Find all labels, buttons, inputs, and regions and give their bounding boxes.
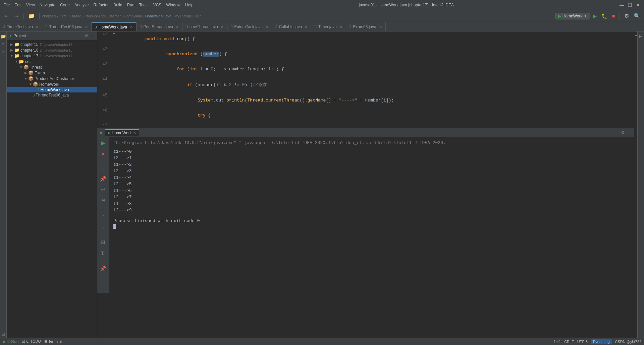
down-button[interactable]: ↓ [101,222,106,230]
breadcrumb-produce[interactable]: ProduceAndCustomer [85,14,121,18]
tree-item-homework-java[interactable]: J HomeWork.java [7,87,97,92]
package-icon: 📦 [23,65,29,70]
run-output-scrollbar-h[interactable] [97,293,634,295]
minimize-button[interactable]: — [619,2,625,8]
project-view-button[interactable]: 📁 [26,12,37,20]
run-configuration[interactable]: ▶ HomeWork ▼ [555,13,590,19]
tab-timer-close[interactable]: ✕ [339,25,342,29]
run-tool-button[interactable]: ▶ 4: Run [3,339,18,344]
tree-item-chapter16[interactable]: ▶ 📁 chapter16 D:\javase\chapter16 [7,47,97,53]
tab-futuretask-close[interactable]: ✕ [265,25,268,29]
window-controls[interactable]: — ❐ ✕ [619,2,641,8]
breadcrumb-homework[interactable]: HomeWork [124,14,142,18]
menu-refactor[interactable]: Refactor [94,3,109,7]
tab-timertest-close[interactable]: ✕ [36,25,39,29]
tab-printstream-close[interactable]: ✕ [176,25,179,29]
terminal-tool-button[interactable]: ⊞ Terminal [44,339,62,344]
tab-homework[interactable]: J HomeWork.java ✕ [92,22,137,31]
editor-scrollbar-h[interactable] [97,125,634,128]
menu-vcs[interactable]: VCS [153,3,162,7]
favorites-button[interactable]: ☆ [1,48,6,55]
tab-newthread-close[interactable]: ✕ [221,25,224,29]
menu-file[interactable]: File [3,3,10,7]
tab-threadtest06-close[interactable]: ✕ [85,25,88,29]
menu-analyze[interactable]: Analyze [74,3,89,7]
tree-item-thread[interactable]: ▼ 📦 Thread [7,64,97,70]
project-tool-button[interactable]: 📂 [0,33,7,40]
search-everywhere-button[interactable]: 🔍 [632,12,642,20]
todo-tool-button[interactable]: ☑ 6: TODO [22,339,41,344]
run-stop-button[interactable]: ■ [101,150,106,157]
breadcrumb-class[interactable]: MyThread1 [174,14,193,18]
tab-futuretask[interactable]: J FutureTask.java ✕ [227,22,272,31]
structure-button[interactable]: ≡ [1,41,5,48]
tab-callable-close[interactable]: ✕ [305,25,308,29]
tab-homework-close[interactable]: ✕ [130,25,133,29]
close-button[interactable]: ✕ [635,2,641,8]
pin-button[interactable]: 📌 [99,175,107,183]
run-panel-settings[interactable]: ⚙ [621,130,625,135]
breadcrumb-thread[interactable]: Thread [70,14,82,18]
run-button[interactable]: ▶ [591,12,598,20]
menu-navigate[interactable]: Navigate [40,3,55,7]
soft-wrap-button[interactable]: ↩ [100,186,106,194]
run-panel-minimize[interactable]: — [627,130,631,135]
scroll-down-button[interactable]: ↓ [101,164,106,172]
project-panel-title: Project [13,33,26,38]
filter-button[interactable]: ⊞ [100,238,106,246]
breadcrumb-chapter17[interactable]: chapter17 [42,14,59,18]
menu-window[interactable]: Window [166,3,180,7]
project-collapse-button[interactable]: — [90,33,94,38]
folder-icon: 📁 [14,42,19,47]
breadcrumb-method[interactable]: run [196,14,202,18]
user-info: CSDN·@yht724 [615,340,641,344]
clear-button[interactable]: 🗑 [100,249,107,257]
tree-item-chapter15[interactable]: ▶ 📁 chapter15 D:\javase\chapter15 [7,42,97,47]
tree-item-threadtest06[interactable]: J ThreadTest06.java [7,92,97,98]
help-button[interactable]: 📌 [99,265,107,273]
tree-item-produce[interactable]: ▼ 📦 ProduceAndCustomer [7,76,97,81]
breadcrumb-src[interactable]: src [62,14,67,18]
tree-arrow: ▶ [23,71,28,75]
breadcrumb-file[interactable]: HomeWork.java [145,14,171,18]
tree-item-homework-folder[interactable]: ▼ 📦 HomeWork [7,81,97,87]
tree-item-exam[interactable]: ▶ 📦 Exam [7,70,97,76]
menu-tools[interactable]: Tools [139,3,149,7]
run-tab-close[interactable]: ✕ [133,131,136,135]
tree-item-src[interactable]: ▼ 📂 src [7,59,97,64]
tab-newthread[interactable]: J newThread.java ✕ [182,22,227,31]
line-number: 42 [97,47,111,52]
maximize-button[interactable]: ❐ [627,2,633,8]
up-button[interactable]: ↑ [101,212,106,220]
stop-button[interactable]: ■ [610,12,617,20]
debug-button[interactable]: 🐛 [600,12,609,20]
tab-exam03-close[interactable]: ✕ [379,25,382,29]
line-content: System.out.println(Thread.currentThread(… [117,93,634,108]
forward-button[interactable]: → [12,12,21,20]
right-tool-1[interactable]: ▶ [639,33,643,40]
menu-edit[interactable]: Edit [14,3,21,7]
line-ending[interactable]: CRLF [564,340,574,344]
menu-build[interactable]: Build [113,3,122,7]
print-button[interactable]: 🖨 [100,196,107,204]
tab-exam03[interactable]: J Exam03.java ✕ [346,22,386,31]
menu-help[interactable]: Help [185,3,194,7]
event-log-button[interactable]: Event Log [591,339,612,344]
terminal-sidebar-button[interactable]: ⊞ [1,331,6,338]
tab-callable[interactable]: J Callable.java ✕ [272,22,311,31]
settings-button[interactable]: ⚙ [623,12,631,20]
run-restart-button[interactable]: ▶ [100,139,106,147]
code-editor[interactable]: 41 ● public void run() { 42 synchronized… [97,31,634,125]
tree-item-chapter17[interactable]: ▼ 📁 chapter17 D:\javase\chapter17 [7,53,97,59]
encoding[interactable]: UTF-8 [577,340,588,344]
tab-threadtest06[interactable]: J ThreadTest06.java ✕ [42,22,92,31]
tab-printstream[interactable]: J PrintStream.java ✕ [137,22,182,31]
tab-timertest[interactable]: J TimerTest.java ✕ [0,22,42,31]
menu-run[interactable]: Run [127,3,135,7]
project-settings-button[interactable]: ⚙ [85,33,88,38]
run-panel-tab[interactable]: ▶ HomeWork ✕ [105,129,139,136]
back-button[interactable]: ← [2,12,11,20]
tab-timer[interactable]: J Timer.java ✕ [311,22,346,31]
menu-view[interactable]: View [26,3,35,7]
menu-code[interactable]: Code [60,3,70,7]
